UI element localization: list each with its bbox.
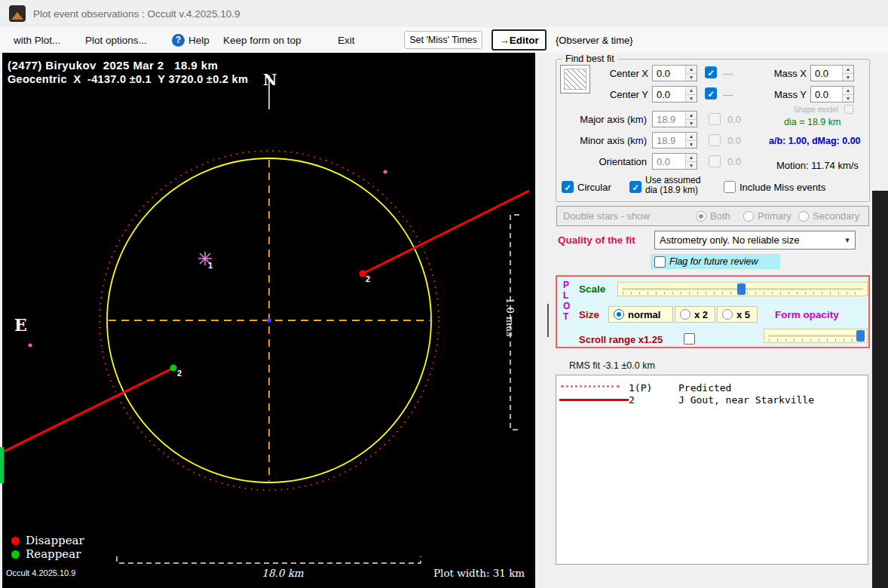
menu-with-plot[interactable]: with Plot...: [14, 35, 60, 46]
plot-area[interactable]: (2477) Biryukov 2025 Mar 2 18.9 km Geoce…: [2, 53, 535, 588]
major-axis-fit-checkbox[interactable]: [709, 113, 721, 125]
minor-axis-value: 18.9: [653, 133, 685, 148]
center-x-spinner[interactable]: 0.0 ▲▼: [652, 65, 697, 81]
orientation-spinner[interactable]: 0.0 ▲▼: [652, 153, 697, 170]
mass-x-spinner[interactable]: 0.0 ▲▼: [810, 65, 854, 81]
mass-y-spinner[interactable]: 0.0 ▲▼: [810, 86, 854, 103]
double-stars-primary-radio[interactable]: [743, 211, 754, 222]
mass-y-label: Mass Y: [758, 89, 807, 100]
mass-y-arrows[interactable]: ▲▼: [842, 87, 853, 102]
menu-help[interactable]: Help: [188, 35, 210, 46]
axis-ratio-info: a/b: 1.00, dMag: 0.00: [769, 136, 861, 146]
form-opacity-slider[interactable]: [764, 329, 868, 343]
size-normal-radio[interactable]: [614, 309, 624, 320]
double-stars-both-radio[interactable]: [696, 211, 706, 222]
double-stars-secondary-radio[interactable]: [798, 211, 809, 222]
splitter-handle[interactable]: [547, 304, 549, 337]
menu-plot-options[interactable]: Plot options...: [85, 35, 147, 46]
quality-of-fit-select[interactable]: Astrometry only. No reliable size ▾: [654, 231, 856, 250]
center-x-fit-checkbox[interactable]: [705, 66, 717, 78]
shape-model-checkbox[interactable]: [844, 105, 853, 114]
legend-reappear-label: Reappear: [26, 547, 81, 561]
up-arrow-icon[interactable]: ▲: [685, 154, 697, 162]
scale-slider-thumb[interactable]: [737, 283, 746, 295]
size-x5-option[interactable]: x 5: [717, 306, 758, 323]
orientation-fit-checkbox[interactable]: [709, 155, 721, 167]
center-y-spinner[interactable]: 0.0 ▲▼: [652, 86, 697, 103]
orientation-arrows[interactable]: ▲▼: [685, 154, 697, 169]
major-axis-arrows[interactable]: ▲▼: [685, 112, 697, 127]
include-miss-checkbox[interactable]: [724, 181, 736, 193]
rms-fit-label: RMS fit -3.1 ±0.0 km: [569, 360, 655, 371]
down-arrow-icon[interactable]: ▼: [685, 120, 697, 127]
form-opacity-label: Form opacity: [775, 309, 839, 320]
plot-canvas[interactable]: [2, 53, 535, 588]
scale-slider[interactable]: [617, 282, 868, 296]
down-arrow-icon[interactable]: ▼: [685, 95, 697, 103]
fit-plot-icon-button[interactable]: [560, 65, 590, 93]
up-arrow-icon[interactable]: ▲: [685, 66, 697, 74]
center-x-value: 0.0: [653, 66, 685, 81]
size-x2-label: x 2: [694, 309, 708, 320]
observation-name: Predicted: [678, 382, 731, 394]
mass-x-arrows[interactable]: ▲▼: [842, 66, 853, 81]
up-arrow-icon[interactable]: ▲: [685, 112, 697, 120]
scale-bracket-bottom: [117, 556, 421, 563]
plot-vertical-letter-p: P: [563, 280, 569, 290]
up-arrow-icon[interactable]: ▲: [842, 66, 853, 74]
window-title: Plot event observations : Occult v.4.202…: [33, 8, 240, 20]
orientation-label: Orientation: [562, 156, 647, 167]
right-scrollbar[interactable]: [872, 191, 888, 588]
down-arrow-icon[interactable]: ▼: [842, 74, 853, 81]
center-y-label: Center Y: [596, 89, 648, 100]
quality-of-fit-value: Astrometry only. No reliable size: [660, 234, 799, 246]
size-normal-option[interactable]: normal: [608, 306, 673, 323]
east-label: E: [14, 315, 27, 335]
editor-button[interactable]: →Editor: [491, 29, 547, 51]
mass-x-value: 0.0: [811, 66, 842, 81]
size-x2-option[interactable]: x 2: [675, 306, 715, 323]
reappear-point[interactable]: [170, 365, 177, 372]
chord-line-sample-icon: [559, 399, 629, 401]
plot-title: (2477) Biryukov 2025 Mar 2 18.9 km: [8, 59, 218, 72]
set-miss-times-button[interactable]: Set 'Miss' Times: [404, 31, 482, 49]
major-axis-spinner[interactable]: 18.9 ▲▼: [652, 111, 697, 127]
menu-exit[interactable]: Exit: [338, 35, 355, 46]
circular-checkbox[interactable]: [562, 181, 574, 193]
predicted-line-sample-icon: [561, 385, 620, 387]
double-stars-secondary-label: Secondary: [813, 210, 859, 222]
minor-axis-arrows[interactable]: ▲▼: [685, 133, 697, 148]
plot-vertical-letter-t: T: [563, 311, 568, 322]
up-arrow-icon[interactable]: ▲: [685, 133, 697, 141]
up-arrow-icon[interactable]: ▲: [842, 87, 853, 95]
titlebar: Plot event observations : Occult v.4.202…: [0, 0, 888, 27]
scale-bar-label: 18.0 km: [237, 567, 328, 579]
down-arrow-icon[interactable]: ▼: [685, 141, 697, 149]
size-x2-radio[interactable]: [680, 309, 690, 320]
center-x-dash: ---: [723, 68, 733, 79]
flag-review-checkbox[interactable]: [654, 256, 666, 268]
center-y-fit-checkbox[interactable]: [705, 87, 717, 100]
up-arrow-icon[interactable]: ▲: [685, 87, 697, 95]
minor-axis-fit-checkbox[interactable]: [709, 134, 721, 146]
down-arrow-icon[interactable]: ▼: [685, 74, 697, 81]
minor-axis-spinner[interactable]: 18.9 ▲▼: [652, 132, 697, 149]
center-x-arrows[interactable]: ▲▼: [685, 66, 697, 81]
observations-list[interactable]: 1(P) Predicted 2 J Gout, near Starkville: [556, 375, 868, 565]
form-opacity-slider-thumb[interactable]: [856, 330, 865, 341]
minor-axis-alt-value: 0.0: [727, 135, 741, 146]
menu-keep-on-top[interactable]: Keep form on top: [223, 35, 302, 46]
scroll-range-checkbox[interactable]: [684, 333, 695, 345]
size-x5-radio[interactable]: [722, 309, 733, 320]
plot-controls-panel: P L O T Scale Size normal x 2 x 5: [556, 275, 870, 348]
chord-2-egress: [2, 368, 173, 454]
help-icon[interactable]: ?: [172, 34, 185, 47]
double-stars-both-label: Both: [710, 210, 730, 222]
mass-y-value: 0.0: [811, 87, 842, 102]
down-arrow-icon[interactable]: ▼: [685, 162, 697, 170]
dropdown-arrow-icon[interactable]: ▾: [840, 235, 855, 245]
size-label: Size: [579, 309, 599, 320]
center-y-arrows[interactable]: ▲▼: [685, 87, 697, 102]
use-assumed-dia-checkbox[interactable]: [629, 181, 642, 193]
down-arrow-icon[interactable]: ▼: [842, 95, 853, 103]
